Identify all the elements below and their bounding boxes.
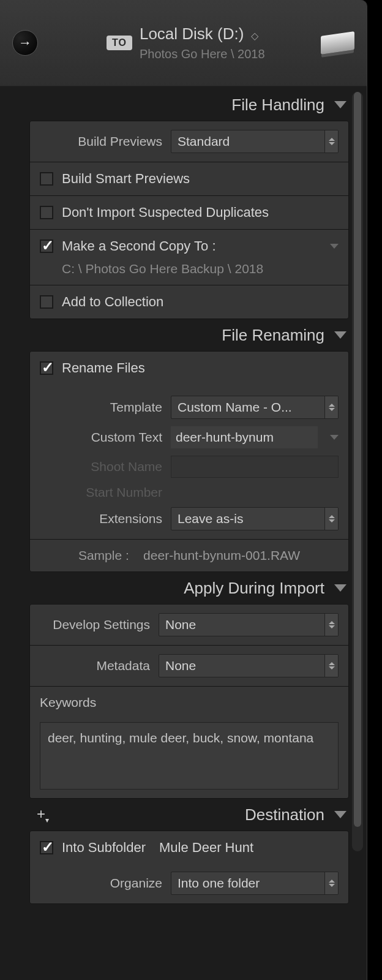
rename-files-checkbox[interactable] xyxy=(40,361,53,375)
destination-path: Photos Go Here \ 2018 xyxy=(140,47,265,61)
spinner-icon xyxy=(324,614,338,636)
file-renaming-header[interactable]: File Renaming xyxy=(29,319,349,351)
spinner-icon xyxy=(324,130,338,153)
collapse-icon xyxy=(334,101,346,108)
build-smart-previews-label: Build Smart Previews xyxy=(62,171,190,187)
no-duplicates-label: Don't Import Suspected Duplicates xyxy=(62,205,269,221)
develop-settings-label: Develop Settings xyxy=(40,617,150,632)
scrollbar-thumb[interactable] xyxy=(354,92,361,827)
destination-header: → TO Local Disk (D:) ◇ Photos Go Here \ … xyxy=(0,0,367,86)
into-subfolder-checkbox[interactable] xyxy=(40,841,53,854)
spinner-icon xyxy=(324,655,338,677)
chevron-down-icon[interactable] xyxy=(330,435,339,440)
collapse-icon xyxy=(334,811,346,818)
custom-text-input[interactable]: deer-hunt-bynum xyxy=(171,426,318,448)
custom-text-label: Custom Text xyxy=(40,430,162,445)
file-handling-body: Build Previews Standard Build Smart Prev… xyxy=(29,121,349,319)
add-collection-checkbox[interactable] xyxy=(40,295,53,309)
to-badge: TO xyxy=(107,36,132,50)
metadata-select[interactable]: None xyxy=(159,654,339,677)
build-smart-previews-checkbox[interactable] xyxy=(40,172,53,186)
collapse-icon xyxy=(334,584,346,592)
spinner-icon xyxy=(324,508,338,530)
destination-panel-title: Destination xyxy=(245,805,324,824)
second-copy-label: Make a Second Copy To : xyxy=(62,238,216,254)
keywords-label: Keywords xyxy=(40,695,339,710)
scrollbar-track[interactable] xyxy=(352,92,363,851)
into-subfolder-label: Into Subfolder xyxy=(62,840,146,856)
extensions-select[interactable]: Leave as-is xyxy=(171,507,339,530)
apply-during-import-title: Apply During Import xyxy=(184,579,324,598)
start-number-label: Start Number xyxy=(40,485,162,500)
apply-during-import-header[interactable]: Apply During Import xyxy=(29,572,349,604)
disk-icon xyxy=(321,31,354,55)
add-collection-label: Add to Collection xyxy=(62,294,163,310)
apply-during-import-body: Develop Settings None Metadata None xyxy=(29,604,349,799)
spinner-icon xyxy=(324,396,338,418)
updown-icon: ◇ xyxy=(251,31,258,41)
subfolder-name-input[interactable]: Mule Deer Hunt xyxy=(154,840,339,856)
no-duplicates-checkbox[interactable] xyxy=(40,206,53,219)
collapse-icon xyxy=(334,331,346,339)
sample-value: deer-hunt-bynum-001.RAW xyxy=(143,548,300,562)
template-label: Template xyxy=(40,400,162,415)
shoot-name-input xyxy=(171,456,339,478)
extensions-label: Extensions xyxy=(40,511,162,526)
second-copy-path[interactable]: C: \ Photos Go Here Backup \ 2018 xyxy=(62,262,339,276)
destination-selector[interactable]: Local Disk (D:) ◇ Photos Go Here \ 2018 xyxy=(140,24,265,61)
file-renaming-body: Rename Files Template Custom Name - O...… xyxy=(29,351,349,572)
add-folder-icon[interactable]: +▾ xyxy=(37,805,49,824)
file-renaming-title: File Renaming xyxy=(222,326,324,345)
build-previews-label: Build Previews xyxy=(40,134,162,149)
template-select[interactable]: Custom Name - O... xyxy=(171,396,339,419)
destination-panel-header[interactable]: +▾ Destination xyxy=(29,799,349,831)
organize-label: Organize xyxy=(40,876,162,891)
file-handling-header[interactable]: File Handling xyxy=(29,89,349,121)
keywords-input[interactable]: deer, hunting, mule deer, buck, snow, mo… xyxy=(40,722,339,790)
metadata-label: Metadata xyxy=(40,658,150,673)
rename-files-label: Rename Files xyxy=(62,360,145,376)
chevron-down-icon[interactable] xyxy=(330,244,339,249)
panels-column: File Handling Build Previews Standard Bu… xyxy=(29,89,349,904)
destination-drive-label: Local Disk (D:) xyxy=(140,24,244,43)
file-handling-title: File Handling xyxy=(231,96,324,115)
import-right-panel: → TO Local Disk (D:) ◇ Photos Go Here \ … xyxy=(0,0,367,980)
sample-label: Sample : xyxy=(78,548,129,562)
go-arrow-button[interactable]: → xyxy=(12,30,38,56)
build-previews-select[interactable]: Standard xyxy=(171,130,339,153)
spinner-icon xyxy=(324,872,338,894)
shoot-name-label: Shoot Name xyxy=(40,459,162,474)
destination-body: Into Subfolder Mule Deer Hunt Organize I… xyxy=(29,831,349,904)
develop-settings-select[interactable]: None xyxy=(159,613,339,636)
organize-select[interactable]: Into one folder xyxy=(171,872,339,895)
second-copy-checkbox[interactable] xyxy=(40,239,53,253)
arrow-right-icon: → xyxy=(18,35,32,51)
